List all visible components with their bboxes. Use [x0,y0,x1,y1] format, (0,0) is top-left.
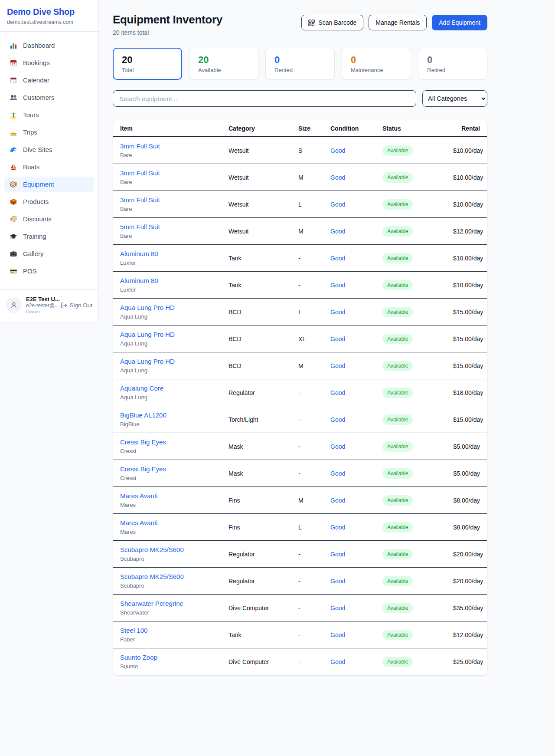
condition-link[interactable]: Good [330,658,345,665]
item-category: Wetsuit [229,228,248,235]
avatar [6,297,22,313]
sidebar-item-label: Trips [23,128,37,136]
user-name: E2E Test U... [26,296,56,302]
item-name-link[interactable]: Aqua Lung Pro HD [120,304,215,311]
table-row: Aqua Lung Pro HD Aqua Lung BCD XL Good A… [113,325,487,352]
item-name-link[interactable]: Aqua Lung Pro HD [120,331,215,338]
condition-link[interactable]: Good [330,282,345,289]
stat-card[interactable]: 20 Available [189,48,258,80]
sidebar-item-training[interactable]: Training [4,229,94,244]
item-category: Wetsuit [229,174,248,181]
condition-link[interactable]: Good [330,416,345,423]
item-name-link[interactable]: 3mm Full Suit [120,169,215,177]
table-row: Mares Avanti Mares Fins M Good Available… [113,487,487,514]
condition-link[interactable]: Good [330,362,345,369]
item-name-link[interactable]: 5mm Full Suit [120,223,215,230]
condition-link[interactable]: Good [330,309,345,316]
condition-link[interactable]: Good [330,201,345,208]
item-name-link[interactable]: BigBlue AL1200 [120,411,215,419]
stat-value: 0 [427,54,478,66]
item-brand: Aqua Lung [120,340,215,347]
item-size: - [298,551,300,558]
item-brand: Mares [120,529,215,535]
item-name-link[interactable]: Mares Avanti [120,519,215,526]
item-name-link[interactable]: Aqua Lung Pro HD [120,358,215,365]
item-brand: Mares [120,502,215,508]
sidebar-item-dashboard[interactable]: Dashboard [4,38,94,53]
table-row: Cressi Big Eyes Cressi Mask - Good Avail… [113,433,487,460]
item-name-link[interactable]: Scubapro MK25/S600 [120,573,215,580]
item-name-link[interactable]: 3mm Full Suit [120,142,215,150]
item-name-link[interactable]: Shearwater Peregrine [120,600,215,607]
sidebar-item-trips[interactable]: Trips [4,125,94,140]
item-name-link[interactable]: Steel 100 [120,627,215,634]
item-name-link[interactable]: Aqualung Core [120,385,215,392]
condition-link[interactable]: Good [330,389,345,396]
item-size: - [298,282,300,289]
sidebar-item-discounts[interactable]: Discounts [4,211,94,227]
condition-link[interactable]: Good [330,578,345,585]
status-badge: Available [382,226,413,237]
condition-link[interactable]: Good [330,335,345,342]
sidebar-item-calendar[interactable]: Calendar [4,72,94,88]
manage-rentals-button[interactable]: Manage Rentals [369,15,427,30]
condition-link[interactable]: Good [330,470,345,477]
item-name-link[interactable]: Aluminum 80 [120,250,215,257]
status-badge: Available [382,253,413,263]
condition-link[interactable]: Good [330,497,345,504]
condition-link[interactable]: Good [330,228,345,235]
item-category: BCD [229,362,242,369]
camera-icon [10,250,17,258]
item-name-link[interactable]: Aluminum 80 [120,277,215,284]
condition-link[interactable]: Good [330,443,345,450]
condition-link[interactable]: Good [330,605,345,611]
scan-barcode-label: Scan Barcode [318,19,356,26]
status-badge: Available [382,307,413,317]
sidebar-item-dive-sites[interactable]: Dive Sites [4,142,94,157]
sidebar-item-equipment[interactable]: Equipment [4,177,94,192]
condition-link[interactable]: Good [330,255,345,262]
item-size: L [298,309,302,316]
condition-link[interactable]: Good [330,174,345,181]
sidebar-item-boats[interactable]: Boats [4,159,94,174]
condition-link[interactable]: Good [330,147,345,154]
condition-link[interactable]: Good [330,551,345,558]
stat-card[interactable]: 0 Maintenance [342,48,411,80]
stat-card[interactable]: 0 Rented [265,48,335,80]
item-category: Wetsuit [229,147,248,154]
item-name-link[interactable]: Cressi Big Eyes [120,465,215,473]
condition-link[interactable]: Good [330,631,345,638]
stat-label: Retired [427,67,478,73]
sidebar-item-tours[interactable]: Tours [4,107,94,122]
rental-price: $5.00/day [446,460,487,487]
sidebar-item-gallery[interactable]: Gallery [4,246,94,261]
item-name-link[interactable]: Cressi Big Eyes [120,438,215,446]
table-row: Aqua Lung Pro HD Aqua Lung BCD M Good Av… [113,352,487,379]
item-brand: Scubapro [120,582,215,589]
condition-link[interactable]: Good [330,524,345,531]
column-header-rental: Rental [446,119,487,137]
search-input[interactable] [113,90,416,107]
sidebar-item-label: Products [23,198,49,205]
table-row: Aluminum 80 Luxfer Tank - Good Available… [113,245,487,272]
sidebar-item-products[interactable]: Products [4,194,94,209]
sidebar-item-customers[interactable]: Customers [4,90,94,105]
category-select[interactable]: All Categories [422,90,487,107]
item-category: Regulator [229,578,255,585]
stat-card[interactable]: 20 Total [113,48,182,80]
add-equipment-button[interactable]: Add Equipment [432,15,487,30]
item-name-link[interactable]: Mares Avanti [120,492,215,500]
sign-out-button[interactable]: Sign Out [61,302,92,309]
stat-card[interactable]: 0 Retired [418,48,487,80]
wave-icon [10,146,17,154]
scan-barcode-button[interactable]: Scan Barcode [301,15,363,30]
item-name-link[interactable]: 3mm Full Suit [120,196,215,204]
logout-icon [61,302,67,309]
sidebar-item-bookings[interactable]: 17 Bookings [4,55,94,70]
sidebar-item-pos[interactable]: POS [4,263,94,279]
user-role: Owner [26,309,56,314]
sidebar-nav: Dashboard 17 Bookings Calendar Customers… [0,32,98,285]
item-name-link[interactable]: Scubapro MK25/S600 [120,546,215,553]
stat-value: 20 [198,54,249,66]
item-name-link[interactable]: Suunto Zoop [120,654,215,661]
